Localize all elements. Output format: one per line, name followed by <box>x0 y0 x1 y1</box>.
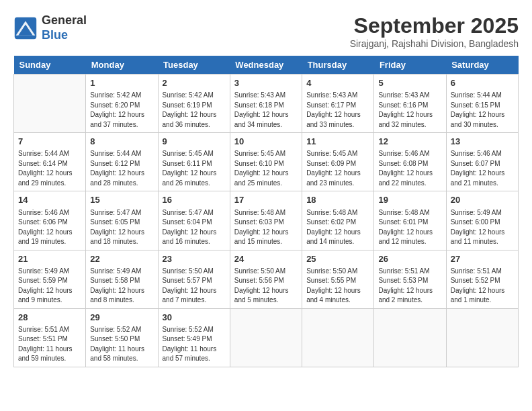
cell-info: Sunrise: 5:42 AM Sunset: 6:20 PM Dayligh… <box>90 91 153 130</box>
cell-info: Sunrise: 5:50 AM Sunset: 5:55 PM Dayligh… <box>306 267 369 306</box>
calendar-week-5: 28Sunrise: 5:51 AM Sunset: 5:51 PM Dayli… <box>14 308 519 367</box>
day-number: 12 <box>378 136 441 148</box>
logo-icon <box>13 16 38 40</box>
cell-info: Sunrise: 5:52 AM Sunset: 5:49 PM Dayligh… <box>163 325 226 364</box>
weekday-header-sunday: Sunday <box>14 56 86 75</box>
calendar-cell: 18Sunrise: 5:48 AM Sunset: 6:02 PM Dayli… <box>302 191 374 250</box>
page-header: General Blue September 2025 Sirajganj, R… <box>13 13 519 49</box>
cell-info: Sunrise: 5:47 AM Sunset: 6:05 PM Dayligh… <box>90 208 153 247</box>
cell-info: Sunrise: 5:45 AM Sunset: 6:09 PM Dayligh… <box>306 149 369 188</box>
calendar-cell: 14Sunrise: 5:46 AM Sunset: 6:06 PM Dayli… <box>14 191 86 250</box>
calendar-cell <box>446 308 518 367</box>
calendar-cell: 8Sunrise: 5:44 AM Sunset: 6:12 PM Daylig… <box>86 133 158 191</box>
calendar-cell <box>302 308 374 367</box>
day-number: 30 <box>163 312 226 324</box>
day-number: 1 <box>90 77 153 89</box>
cell-info: Sunrise: 5:44 AM Sunset: 6:12 PM Dayligh… <box>90 149 153 188</box>
cell-info: Sunrise: 5:43 AM Sunset: 6:17 PM Dayligh… <box>306 91 369 130</box>
day-number: 6 <box>451 77 514 89</box>
title-block: September 2025 Sirajganj, Rajshahi Divis… <box>350 13 519 49</box>
calendar-cell: 10Sunrise: 5:45 AM Sunset: 6:10 PM Dayli… <box>230 133 302 191</box>
day-number: 22 <box>90 253 153 265</box>
day-number: 29 <box>90 312 153 324</box>
calendar-cell: 7Sunrise: 5:44 AM Sunset: 6:14 PM Daylig… <box>14 133 86 191</box>
day-number: 5 <box>378 77 441 89</box>
cell-info: Sunrise: 5:49 AM Sunset: 5:59 PM Dayligh… <box>18 267 81 306</box>
calendar-cell: 24Sunrise: 5:50 AM Sunset: 5:56 PM Dayli… <box>230 250 302 308</box>
calendar-cell: 2Sunrise: 5:42 AM Sunset: 6:19 PM Daylig… <box>158 75 230 133</box>
cell-info: Sunrise: 5:47 AM Sunset: 6:04 PM Dayligh… <box>163 208 226 247</box>
day-number: 19 <box>378 194 441 206</box>
calendar-week-2: 7Sunrise: 5:44 AM Sunset: 6:14 PM Daylig… <box>14 133 519 191</box>
calendar-week-4: 21Sunrise: 5:49 AM Sunset: 5:59 PM Dayli… <box>14 250 519 308</box>
calendar-cell: 3Sunrise: 5:43 AM Sunset: 6:18 PM Daylig… <box>230 75 302 133</box>
day-number: 11 <box>306 136 369 148</box>
day-number: 4 <box>306 77 369 89</box>
cell-info: Sunrise: 5:44 AM Sunset: 6:15 PM Dayligh… <box>451 91 514 130</box>
day-number: 18 <box>306 194 369 206</box>
cell-info: Sunrise: 5:51 AM Sunset: 5:53 PM Dayligh… <box>378 267 441 306</box>
day-number: 14 <box>18 194 81 206</box>
day-number: 10 <box>234 136 298 148</box>
day-number: 17 <box>234 194 298 206</box>
calendar-week-1: 1Sunrise: 5:42 AM Sunset: 6:20 PM Daylig… <box>14 75 519 133</box>
day-number: 3 <box>234 77 298 89</box>
cell-info: Sunrise: 5:50 AM Sunset: 5:57 PM Dayligh… <box>163 267 226 306</box>
day-number: 2 <box>163 77 226 89</box>
calendar-cell: 1Sunrise: 5:42 AM Sunset: 6:20 PM Daylig… <box>86 75 158 133</box>
calendar-cell: 6Sunrise: 5:44 AM Sunset: 6:15 PM Daylig… <box>446 75 518 133</box>
calendar-cell: 23Sunrise: 5:50 AM Sunset: 5:57 PM Dayli… <box>158 250 230 308</box>
cell-info: Sunrise: 5:45 AM Sunset: 6:11 PM Dayligh… <box>163 149 226 188</box>
weekday-header-friday: Friday <box>374 56 446 75</box>
calendar-cell <box>230 308 302 367</box>
day-number: 23 <box>163 253 226 265</box>
day-number: 15 <box>90 194 153 206</box>
day-number: 9 <box>163 136 226 148</box>
calendar-cell <box>14 75 86 133</box>
cell-info: Sunrise: 5:48 AM Sunset: 6:02 PM Dayligh… <box>306 208 369 247</box>
day-number: 27 <box>451 253 514 265</box>
logo-text: General Blue <box>42 13 87 42</box>
logo-general: General <box>42 13 87 27</box>
cell-info: Sunrise: 5:51 AM Sunset: 5:51 PM Dayligh… <box>18 325 81 364</box>
cell-info: Sunrise: 5:46 AM Sunset: 6:08 PM Dayligh… <box>378 149 441 188</box>
weekday-header-tuesday: Tuesday <box>158 56 230 75</box>
weekday-header-saturday: Saturday <box>446 56 518 75</box>
cell-info: Sunrise: 5:48 AM Sunset: 6:03 PM Dayligh… <box>234 208 298 247</box>
day-number: 28 <box>18 312 81 324</box>
calendar-cell: 29Sunrise: 5:52 AM Sunset: 5:50 PM Dayli… <box>86 308 158 367</box>
calendar-cell <box>374 308 446 367</box>
day-number: 16 <box>163 194 226 206</box>
calendar-cell: 26Sunrise: 5:51 AM Sunset: 5:53 PM Dayli… <box>374 250 446 308</box>
calendar-cell: 20Sunrise: 5:49 AM Sunset: 6:00 PM Dayli… <box>446 191 518 250</box>
cell-info: Sunrise: 5:46 AM Sunset: 6:07 PM Dayligh… <box>451 149 514 188</box>
calendar-cell: 4Sunrise: 5:43 AM Sunset: 6:17 PM Daylig… <box>302 75 374 133</box>
day-number: 21 <box>18 253 81 265</box>
day-number: 26 <box>378 253 441 265</box>
weekday-header-monday: Monday <box>86 56 158 75</box>
cell-info: Sunrise: 5:43 AM Sunset: 6:16 PM Dayligh… <box>378 91 441 130</box>
calendar-cell: 16Sunrise: 5:47 AM Sunset: 6:04 PM Dayli… <box>158 191 230 250</box>
calendar-cell: 21Sunrise: 5:49 AM Sunset: 5:59 PM Dayli… <box>14 250 86 308</box>
day-number: 8 <box>90 136 153 148</box>
calendar-cell: 22Sunrise: 5:49 AM Sunset: 5:58 PM Dayli… <box>86 250 158 308</box>
day-number: 20 <box>451 194 514 206</box>
calendar-cell: 19Sunrise: 5:48 AM Sunset: 6:01 PM Dayli… <box>374 191 446 250</box>
calendar-cell: 13Sunrise: 5:46 AM Sunset: 6:07 PM Dayli… <box>446 133 518 191</box>
calendar-cell: 25Sunrise: 5:50 AM Sunset: 5:55 PM Dayli… <box>302 250 374 308</box>
cell-info: Sunrise: 5:48 AM Sunset: 6:01 PM Dayligh… <box>378 208 441 247</box>
cell-info: Sunrise: 5:46 AM Sunset: 6:06 PM Dayligh… <box>18 208 81 247</box>
cell-info: Sunrise: 5:51 AM Sunset: 5:52 PM Dayligh… <box>451 267 514 306</box>
calendar-cell: 30Sunrise: 5:52 AM Sunset: 5:49 PM Dayli… <box>158 308 230 367</box>
cell-info: Sunrise: 5:52 AM Sunset: 5:50 PM Dayligh… <box>90 325 153 364</box>
month-title: September 2025 <box>350 13 519 38</box>
day-number: 13 <box>451 136 514 148</box>
cell-info: Sunrise: 5:50 AM Sunset: 5:56 PM Dayligh… <box>234 267 298 306</box>
weekday-header-wednesday: Wednesday <box>230 56 302 75</box>
location: Sirajganj, Rajshahi Division, Bangladesh <box>350 38 519 49</box>
calendar-cell: 27Sunrise: 5:51 AM Sunset: 5:52 PM Dayli… <box>446 250 518 308</box>
day-number: 24 <box>234 253 298 265</box>
logo: General Blue <box>13 13 87 42</box>
calendar-cell: 9Sunrise: 5:45 AM Sunset: 6:11 PM Daylig… <box>158 133 230 191</box>
cell-info: Sunrise: 5:43 AM Sunset: 6:18 PM Dayligh… <box>234 91 298 130</box>
